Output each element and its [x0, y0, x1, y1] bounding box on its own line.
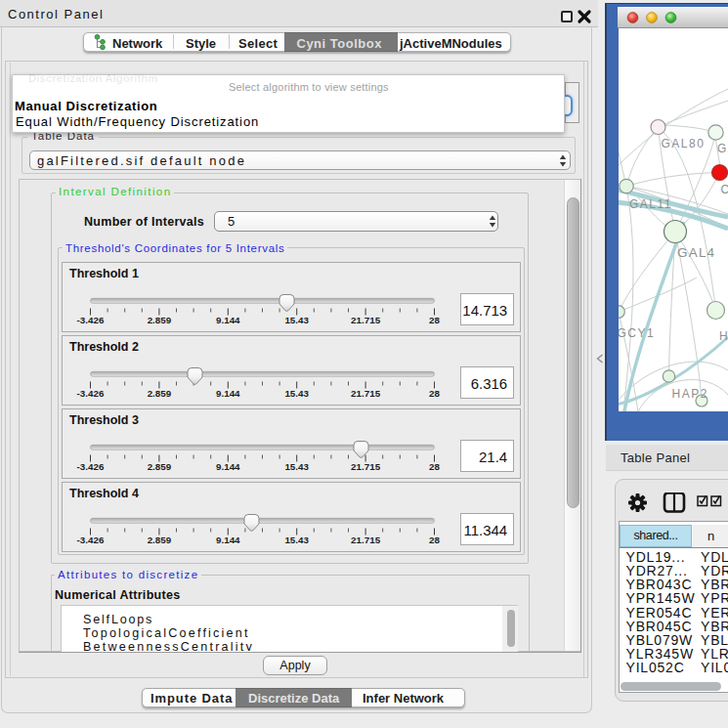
svg-text:15.43: 15.43 [284, 388, 309, 399]
svg-text:28: 28 [429, 535, 440, 545]
svg-text:28: 28 [429, 388, 440, 399]
svg-text:C: C [721, 183, 728, 196]
svg-text:15.43: 15.43 [284, 315, 309, 325]
svg-text:2.859: 2.859 [147, 315, 171, 325]
svg-text:-3.426: -3.426 [76, 315, 104, 325]
svg-text:HAP2: HAP2 [672, 387, 708, 401]
svg-text:9.144: 9.144 [216, 388, 240, 399]
svg-text:9.144: 9.144 [216, 461, 240, 472]
svg-text:28: 28 [429, 315, 440, 325]
svg-text:-3.426: -3.426 [76, 388, 104, 399]
svg-text:GCY1: GCY1 [619, 326, 655, 340]
svg-text:-3.426: -3.426 [76, 461, 104, 472]
svg-text:28: 28 [429, 461, 440, 472]
svg-text:-3.426: -3.426 [76, 535, 104, 545]
svg-text:9.144: 9.144 [216, 535, 240, 545]
svg-text:21.715: 21.715 [351, 315, 381, 325]
svg-text:21.715: 21.715 [351, 461, 381, 472]
svg-text:2.859: 2.859 [147, 461, 171, 472]
svg-text:2.859: 2.859 [147, 388, 171, 399]
svg-text:9.144: 9.144 [216, 315, 240, 325]
svg-text:GAL4: GAL4 [677, 245, 715, 260]
svg-text:15.43: 15.43 [284, 461, 309, 472]
svg-text:21.715: 21.715 [351, 388, 381, 399]
svg-text:GA: GA [717, 142, 728, 155]
svg-text:15.43: 15.43 [284, 535, 309, 545]
svg-text:H: H [719, 329, 728, 343]
svg-text:2.859: 2.859 [147, 535, 171, 545]
svg-text:21.715: 21.715 [351, 535, 381, 545]
svg-text:GAL11: GAL11 [629, 197, 672, 211]
svg-text:GAL80: GAL80 [662, 137, 706, 150]
